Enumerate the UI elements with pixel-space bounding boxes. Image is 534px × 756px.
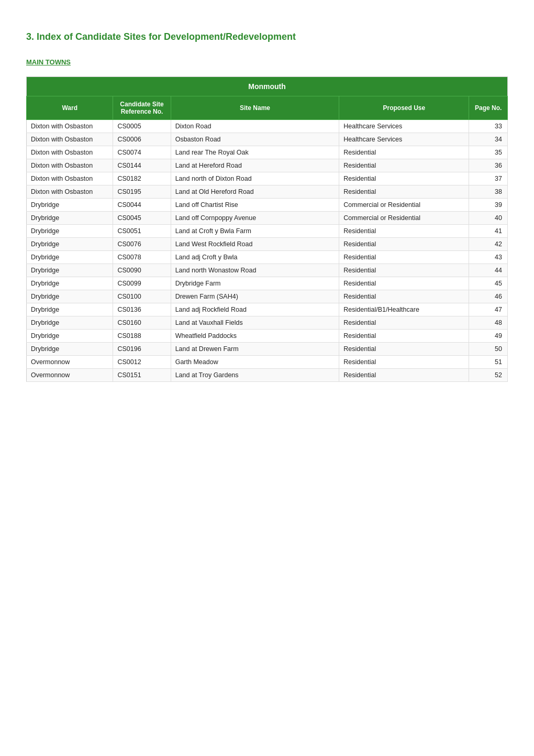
cell-site-name: Land rear The Royal Oak: [171, 146, 339, 159]
table-title: Monmouth: [27, 77, 508, 96]
cell-ward: Drybridge: [27, 264, 113, 277]
table-row: DrybridgeCS0136Land adj Rockfield RoadRe…: [27, 303, 508, 316]
cell-ref: CS0136: [113, 303, 171, 316]
cell-page: 33: [469, 120, 508, 133]
cell-ref: CS0078: [113, 251, 171, 264]
cell-ref: CS0006: [113, 133, 171, 146]
cell-page: 48: [469, 316, 508, 330]
page-title: 3. Index of Candidate Sites for Developm…: [26, 31, 508, 42]
cell-ward: Dixton with Osbaston: [27, 146, 113, 159]
cell-site-name: Land West Rockfield Road: [171, 238, 339, 251]
header-site-name: Site Name: [171, 96, 339, 120]
header-ref: Candidate Site Reference No.: [113, 96, 171, 120]
table-row: Dixton with OsbastonCS0144Land at Herefo…: [27, 159, 508, 172]
table-row: DrybridgeCS0078Land adj Croft y BwlaResi…: [27, 251, 508, 264]
cell-ref: CS0051: [113, 225, 171, 238]
cell-ref: CS0044: [113, 199, 171, 212]
cell-site-name: Land north Wonastow Road: [171, 264, 339, 277]
cell-proposed-use: Residential: [339, 225, 469, 238]
cell-ward: Overmonnow: [27, 369, 113, 382]
cell-ward: Drybridge: [27, 316, 113, 330]
cell-ward: Dixton with Osbaston: [27, 185, 113, 199]
table-row: DrybridgeCS0160Land at Vauxhall FieldsRe…: [27, 316, 508, 330]
cell-site-name: Wheatfield Paddocks: [171, 330, 339, 343]
main-table: Monmouth Ward Candidate Site Reference N…: [26, 76, 508, 382]
cell-ward: Drybridge: [27, 343, 113, 356]
table-row: DrybridgeCS0188Wheatfield PaddocksReside…: [27, 330, 508, 343]
cell-site-name: Land at Hereford Road: [171, 159, 339, 172]
cell-page: 39: [469, 199, 508, 212]
cell-proposed-use: Commercial or Residential: [339, 199, 469, 212]
cell-site-name: Land at Troy Gardens: [171, 369, 339, 382]
cell-site-name: Garth Meadow: [171, 356, 339, 369]
cell-proposed-use: Residential: [339, 356, 469, 369]
cell-proposed-use: Residential: [339, 172, 469, 185]
cell-site-name: Land at Old Hereford Road: [171, 185, 339, 199]
cell-proposed-use: Residential: [339, 159, 469, 172]
cell-ward: Drybridge: [27, 303, 113, 316]
cell-page: 37: [469, 172, 508, 185]
cell-page: 52: [469, 369, 508, 382]
cell-proposed-use: Healthcare Services: [339, 133, 469, 146]
cell-ward: Dixton with Osbaston: [27, 133, 113, 146]
cell-proposed-use: Residential: [339, 316, 469, 330]
cell-ward: Drybridge: [27, 225, 113, 238]
cell-site-name: Land at Drewen Farm: [171, 343, 339, 356]
cell-ref: CS0160: [113, 316, 171, 330]
table-row: Dixton with OsbastonCS0005Dixton RoadHea…: [27, 120, 508, 133]
table-row: DrybridgeCS0045Land off Cornpoppy Avenue…: [27, 212, 508, 225]
cell-proposed-use: Residential: [339, 264, 469, 277]
cell-page: 45: [469, 277, 508, 290]
cell-proposed-use: Residential: [339, 185, 469, 199]
table-row: DrybridgeCS0099Drybridge FarmResidential…: [27, 277, 508, 290]
cell-proposed-use: Residential: [339, 277, 469, 290]
cell-ward: Dixton with Osbaston: [27, 159, 113, 172]
cell-proposed-use: Commercial or Residential: [339, 212, 469, 225]
cell-ref: CS0144: [113, 159, 171, 172]
cell-site-name: Drybridge Farm: [171, 277, 339, 290]
cell-ward: Drybridge: [27, 212, 113, 225]
cell-ward: Drybridge: [27, 199, 113, 212]
cell-ref: CS0012: [113, 356, 171, 369]
table-row: Dixton with OsbastonCS0195Land at Old He…: [27, 185, 508, 199]
cell-ref: CS0099: [113, 277, 171, 290]
cell-page: 50: [469, 343, 508, 356]
table-row: OvermonnowCS0151Land at Troy GardensResi…: [27, 369, 508, 382]
cell-proposed-use: Residential/B1/Healthcare: [339, 303, 469, 316]
cell-proposed-use: Residential: [339, 343, 469, 356]
table-row: DrybridgeCS0051Land at Croft y Bwla Farm…: [27, 225, 508, 238]
table-row: DrybridgeCS0100Drewen Farm (SAH4)Residen…: [27, 290, 508, 303]
cell-page: 41: [469, 225, 508, 238]
cell-ref: CS0196: [113, 343, 171, 356]
cell-site-name: Land off Chartist Rise: [171, 199, 339, 212]
table-row: Dixton with OsbastonCS0074Land rear The …: [27, 146, 508, 159]
table-row: DrybridgeCS0044Land off Chartist RiseCom…: [27, 199, 508, 212]
cell-page: 34: [469, 133, 508, 146]
cell-page: 36: [469, 159, 508, 172]
table-header-row: Ward Candidate Site Reference No. Site N…: [27, 96, 508, 120]
cell-proposed-use: Residential: [339, 251, 469, 264]
cell-ref: CS0195: [113, 185, 171, 199]
table-row: DrybridgeCS0196Land at Drewen FarmReside…: [27, 343, 508, 356]
cell-page: 40: [469, 212, 508, 225]
cell-ref: CS0005: [113, 120, 171, 133]
cell-site-name: Land at Croft y Bwla Farm: [171, 225, 339, 238]
cell-ref: CS0151: [113, 369, 171, 382]
table-row: OvermonnowCS0012Garth MeadowResidential5…: [27, 356, 508, 369]
cell-ward: Dixton with Osbaston: [27, 120, 113, 133]
cell-page: 38: [469, 185, 508, 199]
cell-page: 44: [469, 264, 508, 277]
table-row: Dixton with OsbastonCS0006Osbaston RoadH…: [27, 133, 508, 146]
cell-ref: CS0074: [113, 146, 171, 159]
cell-proposed-use: Residential: [339, 238, 469, 251]
cell-page: 43: [469, 251, 508, 264]
cell-site-name: Land at Vauxhall Fields: [171, 316, 339, 330]
cell-page: 35: [469, 146, 508, 159]
cell-ref: CS0090: [113, 264, 171, 277]
section-label: MAIN TOWNS: [26, 58, 508, 66]
cell-site-name: Land north of Dixton Road: [171, 172, 339, 185]
cell-proposed-use: Residential: [339, 330, 469, 343]
cell-proposed-use: Healthcare Services: [339, 120, 469, 133]
cell-proposed-use: Residential: [339, 290, 469, 303]
cell-site-name: Dixton Road: [171, 120, 339, 133]
